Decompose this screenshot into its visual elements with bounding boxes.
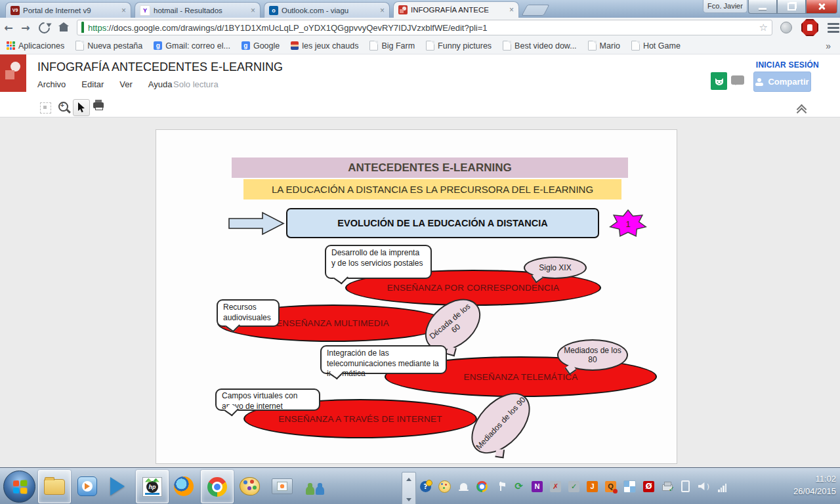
tab-close-icon[interactable]: × — [121, 7, 126, 14]
windows-update-tray-icon[interactable] — [623, 480, 636, 493]
restore-button[interactable] — [777, 0, 806, 14]
menu-ver[interactable]: Ver — [119, 79, 133, 89]
taskbar-paint-button[interactable] — [234, 470, 265, 502]
taskbar-media-player-button[interactable] — [72, 470, 103, 502]
back-icon[interactable]: ← — [0, 22, 17, 34]
menu-archivo[interactable]: Archivo — [37, 79, 66, 89]
select-tool-button[interactable] — [73, 99, 90, 116]
page-icon — [631, 41, 640, 51]
tab-close-icon[interactable]: × — [509, 6, 514, 14]
bookmark-google[interactable]: gGoogle — [242, 41, 280, 51]
bookmark-mario[interactable]: Mario — [588, 41, 620, 51]
bookmark-bigfarm[interactable]: Big Farm — [369, 41, 415, 51]
tab-infografia-active[interactable]: INFOGRAFÍA ANTECE × — [393, 1, 519, 18]
tab-close-icon[interactable]: × — [380, 7, 385, 14]
taskbar-explorer-button[interactable] — [38, 470, 71, 503]
tab-portal[interactable]: V9 Portal de Internet v9 × — [5, 2, 131, 18]
taskbar-messenger-button[interactable] — [299, 470, 331, 502]
page-icon — [503, 41, 511, 51]
taskbar-photo-button[interactable] — [266, 470, 298, 502]
zoom-in-icon[interactable] — [58, 102, 68, 112]
home-icon[interactable] — [60, 26, 68, 32]
taskbar-player-button[interactable] — [104, 470, 135, 502]
chrome-tray-icon[interactable] — [476, 481, 488, 492]
battery-tray-icon[interactable] — [680, 481, 691, 492]
show-hidden-icons-button[interactable] — [402, 472, 416, 504]
forward-icon[interactable]: → — [17, 22, 34, 34]
block-arrow-shape[interactable] — [228, 211, 285, 236]
bookmarks-overflow-chevron[interactable]: » — [826, 41, 831, 51]
bookmark-jeux[interactable]: les jeux chauds — [291, 41, 358, 51]
taskbar-clock[interactable]: 11:02 26/04/2015 — [793, 473, 836, 498]
tab-title: Outlook.com - viagu — [282, 7, 377, 14]
onenote-tray-icon[interactable]: N — [532, 481, 543, 492]
drawing-subtitle-bar[interactable]: LA EDUCACIÓN A DISTANCIA ES LA PRECURSOR… — [243, 179, 621, 200]
chrome-menu-icon[interactable] — [828, 23, 839, 33]
bookmark-star-icon[interactable]: ☆ — [759, 22, 768, 33]
evolution-box[interactable]: EVOLUCIÓN DE LA EDUCACIÓN A DISTANCIA — [286, 208, 599, 238]
volume-tray-icon[interactable]: ) — [698, 481, 709, 492]
period-bubble-mediados-80[interactable]: Mediados de los 80 — [557, 339, 628, 371]
note-callout-imprenta[interactable]: Desarrollo de la imprenta y de los servi… — [325, 245, 432, 279]
print-icon[interactable] — [93, 102, 104, 108]
sign-in-link[interactable]: INICIAR SESIÓN — [756, 60, 819, 70]
device-ok-tray-icon[interactable]: ✓ — [568, 481, 579, 492]
collapse-toolbar-icon[interactable] — [798, 104, 806, 112]
tab-close-icon[interactable]: × — [251, 7, 255, 14]
java-tray-icon[interactable]: J — [587, 481, 598, 492]
note-callout-telecomunicaciones[interactable]: Integración de las telecomunicaciones me… — [320, 345, 447, 374]
window-controls — [748, 0, 837, 14]
tab-outlook[interactable]: o Outlook.com - viagu × — [264, 2, 390, 18]
palette-tray-icon[interactable] — [438, 480, 451, 493]
start-button[interactable] — [3, 471, 35, 503]
bookmark-hotgame[interactable]: Hot Game — [631, 41, 681, 51]
url-text[interactable]: https://docs.google.com/drawings/d/1BY1D… — [88, 23, 488, 33]
taskbar-hp-button[interactable]: hp — [136, 470, 169, 503]
adblock-extension-icon[interactable] — [801, 19, 818, 36]
bell-tray-icon[interactable] — [458, 481, 469, 492]
bookmark-gmail[interactable]: gGmail: correo el... — [154, 41, 230, 51]
menu-editar[interactable]: Editar — [81, 79, 104, 89]
system-tray: ? ⟳ N ✗ ✓ J Q Ø ✓ ) — [420, 468, 728, 504]
antivirus-tray-icon[interactable]: Ø — [643, 481, 654, 492]
share-button[interactable]: Compartir — [753, 72, 811, 92]
folder-icon — [44, 479, 65, 495]
screen: V9 Portal de Internet v9 × Y hotmail - R… — [0, 0, 840, 504]
address-bar[interactable]: https://docs.google.com/drawings/d/1BY1D… — [77, 20, 772, 35]
close-button[interactable] — [806, 0, 837, 14]
new-tab-button[interactable] — [521, 5, 549, 16]
bookmark-aplicaciones[interactable]: Aplicaciones — [7, 41, 64, 51]
note-callout-campos-virtuales[interactable]: Campos virtuales con apoyo de internet — [215, 388, 320, 411]
bookmark-funny[interactable]: Funny pictures — [426, 41, 492, 51]
action-center-flag-icon[interactable] — [495, 481, 506, 492]
star-shape[interactable]: 1 — [609, 209, 647, 238]
globe-extension-icon[interactable] — [780, 22, 792, 33]
google-drawings-logo — [0, 54, 26, 92]
quicktime-error-tray-icon[interactable]: Q — [605, 481, 616, 492]
device-error-tray-icon[interactable]: ✗ — [550, 481, 561, 492]
note-callout-recursos[interactable]: Recursos audiovisuales — [217, 299, 280, 327]
tab-title: hotmail - Resultados — [154, 7, 247, 14]
printer-ok-tray-icon[interactable]: ✓ — [662, 481, 673, 492]
bookmarks-bar: Aplicaciones Nueva pestaña gGmail: corre… — [0, 37, 840, 54]
google-favicon: g — [154, 41, 162, 50]
tab-hotmail[interactable]: Y hotmail - Resultados × — [135, 2, 261, 18]
minimize-button[interactable] — [748, 0, 777, 14]
drawing-page[interactable]: ANTECEDENTES E-LEARNING LA EDUCACIÓN A D… — [156, 129, 677, 464]
help-alert-tray-icon[interactable]: ? — [420, 481, 431, 492]
play-triangle-icon — [110, 477, 134, 495]
reload-icon[interactable] — [36, 20, 52, 35]
bookmark-nueva-pestana[interactable]: Nueva pestaña — [75, 41, 142, 51]
bookmark-bestvideo[interactable]: Best video dow... — [503, 41, 577, 51]
sync-tray-icon[interactable]: ⟳ — [513, 481, 524, 492]
document-title[interactable]: INFOGRAFÍA ANTECEDENTES E-LEARNING — [37, 60, 283, 74]
menu-ayuda[interactable]: Ayuda — [148, 79, 173, 89]
browser-profile-button[interactable]: Fco. Javier — [703, 0, 747, 13]
taskbar-chrome-button[interactable] — [201, 470, 234, 503]
network-signal-tray-icon[interactable] — [717, 481, 728, 492]
photo-viewer-icon — [272, 478, 293, 494]
period-bubble-siglo-xix[interactable]: Siglo XIX — [524, 257, 587, 279]
taskbar-firefox-button[interactable] — [168, 470, 200, 502]
drawing-title-bar[interactable]: ANTECEDENTES E-LEARNING — [232, 158, 628, 178]
comment-icon[interactable] — [731, 75, 744, 85]
